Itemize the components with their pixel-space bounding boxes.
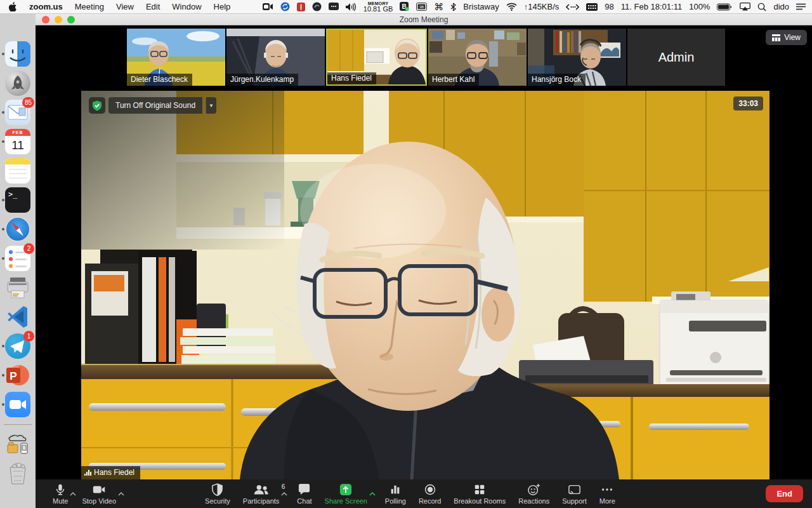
support-screen-icon: [568, 483, 581, 496]
support-button[interactable]: Support: [558, 479, 591, 508]
thumbnail-hans-active[interactable]: Hans Fiedel: [326, 29, 427, 86]
dock-item-calendar[interactable]: FEB 11: [0, 127, 36, 156]
calendar-widget-menubar-icon[interactable]: 38: [416, 3, 427, 11]
chat-label: Chat: [297, 498, 311, 505]
end-meeting-button[interactable]: End: [766, 485, 803, 502]
dock-item-terminal[interactable]: >_: [0, 185, 36, 215]
terminal-icon: >_: [5, 187, 30, 213]
volume-menubar-icon[interactable]: [346, 3, 357, 11]
menu-edit[interactable]: Edit: [146, 2, 160, 11]
menu-help[interactable]: Help: [214, 2, 231, 11]
dock-item-printer[interactable]: [0, 273, 36, 302]
reactions-label: Reactions: [518, 498, 549, 505]
finder-icon: [5, 41, 30, 67]
svg-text:38: 38: [419, 5, 424, 9]
kitchen-scene: [81, 91, 769, 479]
running-indicator: [2, 53, 4, 55]
breakout-rooms-button[interactable]: Breakout Rooms: [449, 479, 510, 508]
menu-app-name[interactable]: zoom.us: [29, 2, 63, 11]
chat-button[interactable]: Chat: [292, 479, 316, 508]
mute-button[interactable]: Mute: [48, 479, 72, 508]
view-button[interactable]: View: [766, 30, 807, 45]
user-name[interactable]: dido: [773, 2, 789, 11]
dock-item-notes[interactable]: [0, 156, 36, 185]
safari-icon: [5, 217, 30, 242]
dock-item-zoom[interactable]: [0, 390, 36, 419]
command-key-menubar-icon[interactable]: ⌘: [434, 1, 443, 13]
close-window-button[interactable]: [42, 16, 49, 23]
wifi-menubar-icon[interactable]: [506, 3, 517, 11]
dock-item-mail[interactable]: 85: [0, 98, 36, 127]
minimize-window-button[interactable]: [55, 16, 62, 23]
messages-menubar-icon[interactable]: [329, 3, 339, 11]
network-name[interactable]: Bristaway: [463, 2, 499, 11]
dock-item-downloads[interactable]: [0, 430, 36, 459]
dock-item-vscode[interactable]: [0, 302, 36, 331]
original-sound-dropdown[interactable]: ▾: [206, 97, 216, 114]
turn-off-original-sound-button[interactable]: Turn Off Original Sound: [108, 97, 202, 114]
dock-divider: [4, 424, 32, 425]
dock-item-launchpad[interactable]: [0, 69, 36, 98]
zoom-meeting-window: Zoom Meeting Dieter Blascheck: [36, 14, 812, 508]
record-button[interactable]: Record: [414, 479, 445, 508]
airplay-menubar-icon[interactable]: [740, 3, 750, 11]
thumbnail-admin-video-off[interactable]: Admin: [627, 29, 725, 86]
datetime[interactable]: 11. Feb 18:01:11: [621, 2, 682, 11]
telegram-badge: 1: [23, 331, 34, 342]
security-button[interactable]: Security: [200, 479, 235, 508]
network-arrows-menubar-icon[interactable]: [566, 4, 579, 10]
red-app-menubar-icon[interactable]: [297, 3, 305, 11]
menu-window[interactable]: Window: [172, 2, 201, 11]
microphone-icon: [54, 483, 67, 496]
stop-video-label: Stop Video: [82, 498, 116, 505]
dock-item-reminders[interactable]: 2: [0, 244, 36, 273]
zoom-camera-menubar-icon[interactable]: [263, 3, 273, 11]
memory-value: 10.81 GB: [363, 6, 393, 13]
dock-item-trash[interactable]: [0, 459, 36, 488]
apple-menu-icon[interactable]: [9, 2, 17, 11]
reminders-badge: 2: [23, 243, 34, 254]
calendar-month: FEB: [5, 129, 30, 136]
battery-menubar-icon[interactable]: [717, 3, 733, 11]
dock-item-telegram[interactable]: 1: [0, 331, 36, 361]
siri-menubar-icon[interactable]: [312, 2, 322, 11]
more-button[interactable]: More: [595, 479, 620, 508]
notification-center-icon[interactable]: [796, 3, 806, 10]
menu-view[interactable]: View: [116, 2, 134, 11]
keyboard-battery-value[interactable]: 98: [605, 2, 613, 11]
bcheck-menubar-icon[interactable]: B: [400, 2, 409, 11]
meeting-content: Dieter Blascheck Jürgen.Kulenkamp: [36, 25, 812, 508]
record-circle-icon: [424, 483, 436, 496]
menu-meeting[interactable]: Meeting: [75, 2, 104, 11]
record-label: Record: [419, 498, 441, 505]
bluetooth-menubar-icon[interactable]: [450, 3, 456, 11]
memory-status[interactable]: MEMORY 10.81 GB: [363, 1, 393, 13]
macos-dock: 85 FEB 11 >_ 2: [0, 14, 36, 508]
spotlight-search-icon[interactable]: [757, 3, 766, 11]
thumbnail-juergen[interactable]: Jürgen.Kulenkamp: [226, 29, 325, 86]
battery-percent[interactable]: 100%: [689, 2, 710, 11]
chat-bubble-icon: [298, 483, 311, 496]
participant-name-label: Hans Fiedel: [327, 72, 376, 84]
dock-item-safari[interactable]: [0, 215, 36, 244]
upload-speed[interactable]: ↑145KB/s: [524, 2, 560, 11]
thumbnail-herbert[interactable]: Herbert Kahl: [428, 29, 527, 86]
thumbnail-hansjoerg[interactable]: Hansjörg Bock: [528, 29, 626, 86]
reactions-button[interactable]: Reactions: [514, 479, 554, 508]
calendar-day: 11: [5, 136, 30, 154]
keyboard-menubar-icon[interactable]: [586, 3, 598, 11]
thumbnail-dieter[interactable]: Dieter Blascheck: [127, 29, 225, 86]
window-titlebar[interactable]: Zoom Meeting: [36, 14, 812, 25]
participants-button[interactable]: 6 Participants: [239, 479, 284, 508]
maximize-window-button[interactable]: [67, 16, 75, 23]
dock-item-powerpoint[interactable]: P: [0, 361, 36, 390]
trash-icon: [5, 461, 30, 486]
share-screen-button[interactable]: Share Screen: [320, 479, 372, 508]
encryption-shield-badge[interactable]: [89, 97, 105, 114]
sync-menubar-icon[interactable]: [280, 2, 290, 11]
support-label: Support: [562, 498, 587, 505]
polling-button[interactable]: Polling: [381, 479, 410, 508]
stop-video-button[interactable]: Stop Video: [77, 479, 121, 508]
running-indicator: [2, 199, 4, 201]
dock-item-finder[interactable]: [0, 39, 36, 69]
